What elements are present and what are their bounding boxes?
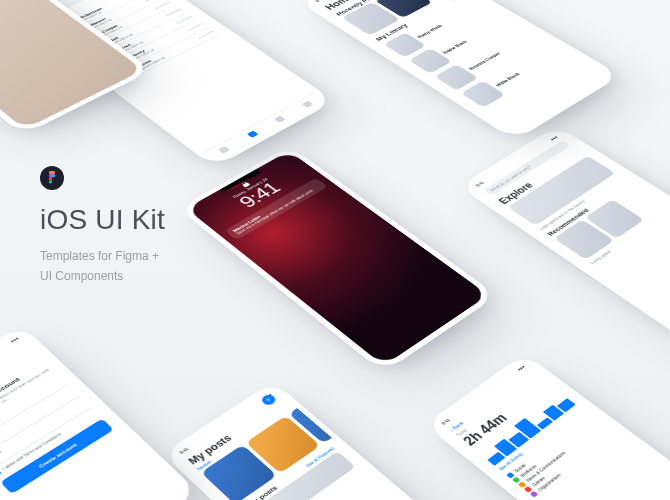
- mockup-posts: 9:41●●● + My posts Newest Other posts Se…: [162, 381, 477, 500]
- mockup-stats: 9:41●●● ‹Back Today 2h 44m See All Activ…: [425, 353, 670, 500]
- mockup-home: 9:41●●● Home Recently Played My Library …: [298, 0, 621, 140]
- tab-bar[interactable]: [203, 92, 326, 161]
- see-all-link[interactable]: See All: [450, 0, 470, 1]
- search-input[interactable]: What do you want to stay?: [483, 140, 571, 196]
- name-field[interactable]: [0, 380, 67, 446]
- legend-item: News & Communications: [518, 422, 604, 488]
- terms-checkbox[interactable]: [0, 469, 2, 477]
- screen-time-value: 2h 44m: [455, 375, 559, 452]
- legend-item: Social: [506, 413, 592, 478]
- mockup-explore: 9:41●●● What do you want to stay? Explor…: [459, 126, 670, 346]
- mockup-signup: 9:41●●● Create account Enter your person…: [0, 325, 199, 500]
- legend-item: Games: [524, 426, 610, 492]
- figma-logo-icon: [40, 166, 64, 190]
- svg-point-0: [52, 174, 55, 177]
- lock-notification[interactable]: Marina Lubin Send me a message when we c…: [225, 178, 328, 240]
- mockup-interior: [0, 0, 152, 135]
- page-title: Home: [314, 0, 424, 15]
- back-button[interactable]: ‹Back: [441, 365, 541, 438]
- chevron-left-icon: ‹: [449, 428, 455, 432]
- legend-item: Workouts: [512, 418, 598, 484]
- hero-subtitle: Templates for Figma + UI Components: [40, 246, 165, 287]
- marketing-copy: iOS UI Kit Templates for Figma + UI Comp…: [40, 166, 165, 287]
- mockup-lock-screen: Friday, January 24 9:41 Marina Lubin Sen…: [178, 146, 498, 373]
- add-post-button[interactable]: +: [259, 393, 278, 407]
- legend-item: Organizations: [530, 431, 616, 498]
- hero-title: iOS UI Kit: [40, 204, 165, 236]
